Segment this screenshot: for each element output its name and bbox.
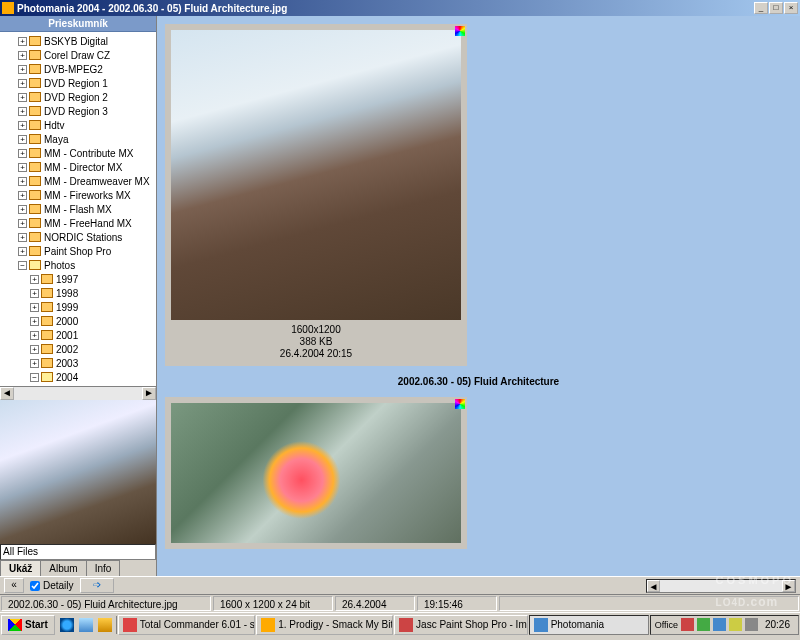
folder-label: 1997 (56, 274, 78, 285)
tree-folder[interactable]: +2000 (2, 314, 154, 328)
sidebar-tabs: Ukáž Album Info (0, 560, 156, 576)
start-label: Start (25, 619, 48, 630)
folder-icon (41, 316, 53, 326)
thumb-dimensions: 1600x1200 (171, 324, 461, 336)
ql-outlook-icon[interactable] (96, 616, 114, 634)
scroll-right-button[interactable]: ► (782, 580, 795, 592)
close-button[interactable]: × (784, 2, 798, 14)
folder-label: DVD Region 2 (44, 92, 108, 103)
scroll-right-button[interactable]: ► (142, 387, 156, 400)
tray-volume-icon[interactable] (745, 618, 758, 631)
task-label: 1. Prodigy - Smack My Bitc... (278, 619, 393, 630)
tab-album[interactable]: Album (40, 560, 86, 576)
tree-folder[interactable]: +MM - Director MX (2, 160, 154, 174)
folder-label: 2003 (56, 358, 78, 369)
minimize-button[interactable]: _ (754, 2, 768, 14)
tree-folder[interactable]: +MM - Flash MX (2, 202, 154, 216)
folder-icon (29, 120, 41, 130)
taskbar-task-button[interactable]: Jasc Paint Shop Pro - Ima... (394, 615, 528, 635)
tray-icon[interactable] (697, 618, 710, 631)
folder-icon (29, 134, 41, 144)
tree-folder[interactable]: +BSKYB Digital (2, 34, 154, 48)
tray-icon[interactable] (681, 618, 694, 631)
status-dimensions: 1600 x 1200 x 24 bit (213, 596, 333, 611)
thumbnail-card[interactable] (165, 397, 467, 549)
folder-icon (41, 358, 53, 368)
folder-tree[interactable]: +BSKYB Digital+Corel Draw CZ+DVB-MPEG2+D… (0, 32, 156, 386)
ql-desktop-icon[interactable] (77, 616, 95, 634)
content-hscroll[interactable]: ◄ ► (646, 579, 796, 593)
maximize-button[interactable]: □ (769, 2, 783, 14)
tree-folder[interactable]: +1998 (2, 286, 154, 300)
ql-ie-icon[interactable] (58, 616, 76, 634)
tree-folder[interactable]: +DVD Region 3 (2, 104, 154, 118)
tree-folder[interactable]: −Photos (2, 258, 154, 272)
tray-icon[interactable] (713, 618, 726, 631)
tree-folder[interactable]: +1997 (2, 272, 154, 286)
tree-folder[interactable]: +DVB-MPEG2 (2, 62, 154, 76)
folder-label: Photos (44, 260, 75, 271)
status-date: 26.4.2004 (335, 596, 415, 611)
tree-folder[interactable]: +2001 (2, 328, 154, 342)
tree-folder[interactable]: +MM - FreeHand MX (2, 216, 154, 230)
tree-folder[interactable]: +MM - Fireworks MX (2, 188, 154, 202)
taskbar: Start Total Commander 6.01 - sa...1. Pro… (0, 612, 800, 636)
folder-icon (29, 246, 41, 256)
tree-folder[interactable]: +2002 (2, 342, 154, 356)
tree-folder[interactable]: +Paint Shop Pro (2, 244, 154, 258)
folder-label: MM - Fireworks MX (44, 190, 131, 201)
scroll-track[interactable] (14, 387, 142, 400)
tree-folder[interactable]: −2004 (2, 370, 154, 384)
folder-label: BSKYB Digital (44, 36, 108, 47)
tree-hscroll[interactable]: ◄ ► (0, 386, 156, 400)
folder-label: 2004 (56, 372, 78, 383)
tree-folder[interactable]: +Hdtv (2, 118, 154, 132)
system-tray[interactable]: Office 20:26 (650, 615, 799, 635)
folder-label: MM - Dreamweaver MX (44, 176, 150, 187)
tree-folder[interactable]: +DVD Region 1 (2, 76, 154, 90)
folder-label: DVB-MPEG2 (44, 64, 103, 75)
detail-checkbox[interactable]: Detaily (30, 580, 74, 591)
first-button[interactable]: « (4, 578, 24, 593)
folder-label: MM - Director MX (44, 162, 122, 173)
filter-combo[interactable]: All Files (0, 544, 156, 560)
tray-clock[interactable]: 20:26 (761, 619, 794, 630)
tab-ukaz[interactable]: Ukáž (0, 560, 41, 576)
tree-folder[interactable]: +DVD Region 2 (2, 90, 154, 104)
thumbnail-image[interactable] (171, 403, 461, 543)
folder-icon (29, 92, 41, 102)
scroll-left-button[interactable]: ◄ (0, 387, 14, 400)
task-label: Total Commander 6.01 - sa... (140, 619, 255, 630)
thumbnail-area[interactable]: 1600x1200 388 KB 26.4.2004 20:15 2002.06… (157, 16, 800, 576)
folder-label: MM - FreeHand MX (44, 218, 132, 229)
folder-icon (29, 176, 41, 186)
folder-label: 2000 (56, 316, 78, 327)
color-corner-icon (455, 26, 465, 36)
folder-icon (29, 50, 41, 60)
thumbnail-meta: 1600x1200 388 KB 26.4.2004 20:15 (171, 320, 461, 360)
tree-folder[interactable]: +Maya (2, 132, 154, 146)
taskbar-task-button[interactable]: 1. Prodigy - Smack My Bitc... (256, 615, 393, 635)
status-time: 19:15:46 (417, 596, 497, 611)
tree-folder[interactable]: +1999 (2, 300, 154, 314)
thumbnail-image[interactable] (171, 30, 461, 320)
taskbar-task-button[interactable]: Photomania (529, 615, 649, 635)
tree-folder[interactable]: +MM - Contribute MX (2, 146, 154, 160)
tray-icon[interactable] (729, 618, 742, 631)
folder-label: Hdtv (44, 120, 65, 131)
tree-folder[interactable]: +MM - Dreamweaver MX (2, 174, 154, 188)
tab-info[interactable]: Info (86, 560, 121, 576)
start-button[interactable]: Start (1, 615, 55, 635)
scroll-left-button[interactable]: ◄ (647, 580, 660, 592)
taskbar-task-button[interactable]: Total Commander 6.01 - sa... (118, 615, 255, 635)
arrow-button[interactable]: ➩ (80, 578, 114, 593)
detail-checkbox-input[interactable] (30, 581, 40, 591)
thumbnail-card[interactable]: 1600x1200 388 KB 26.4.2004 20:15 (165, 24, 467, 366)
thumbnail-caption: 2002.06.30 - 05) Fluid Architecture (157, 374, 800, 389)
tree-folder[interactable]: +Corel Draw CZ (2, 48, 154, 62)
folder-label: 1999 (56, 302, 78, 313)
tree-folder[interactable]: +2003 (2, 356, 154, 370)
folder-icon (41, 302, 53, 312)
tree-folder[interactable]: +NORDIC Stations (2, 230, 154, 244)
folder-label: Paint Shop Pro (44, 246, 111, 257)
